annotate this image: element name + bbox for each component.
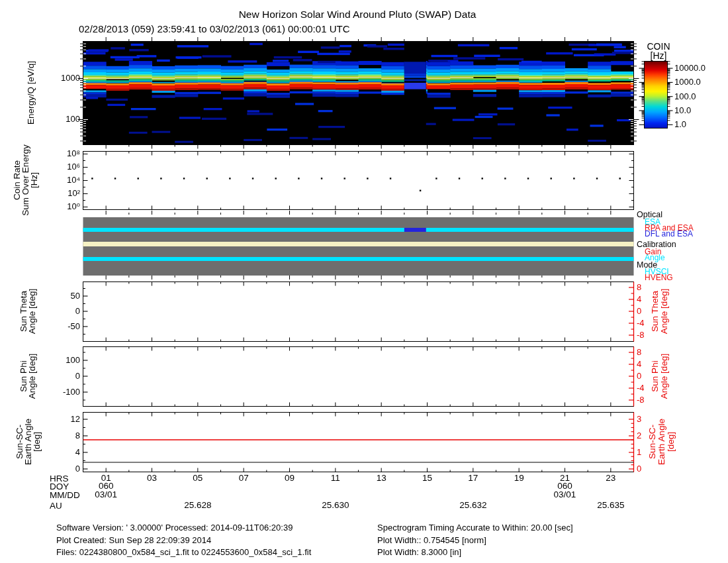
sun-earth-y-axis-title-line3: [deg] (32, 432, 42, 452)
colorbar-tick-label: 10000.0 (674, 64, 705, 73)
colorbar-tick-label: 100.0 (674, 92, 696, 101)
sun-earth-right-tick-label: 1 (637, 448, 641, 457)
hour-label: 09 (277, 474, 303, 483)
hour-label: 23 (598, 474, 624, 483)
colorbar-units: [Hz] (639, 50, 678, 61)
plot-title: New Horizon Solar Wind Around Pluto (SWA… (159, 9, 556, 21)
spectrogram-y-axis-title: Energy/Q [eV/q] (26, 61, 36, 125)
au-label: 25.630 (317, 501, 354, 510)
coin-rate-ytick-label: 10⁸ (51, 149, 80, 158)
sun-phi-left-tick-label: 100 (51, 356, 80, 365)
mmdd-label: 03/01 (90, 490, 122, 499)
hour-label: 05 (185, 474, 211, 483)
coin-rate-ytick-label: 10² (51, 189, 80, 198)
mmdd-label: 03/01 (549, 490, 581, 499)
coin-rate-y-axis-title-line3: [Hz] (30, 172, 39, 188)
sun-theta-right-tick-label: 4 (637, 295, 641, 304)
sun-theta-right-tick-label: -8 (637, 331, 645, 340)
au-label: 25.632 (455, 501, 492, 510)
footer-plot-width-norm: Plot Width:: 0.754545 [norm] (377, 535, 486, 545)
sun-phi-right-tick-label: -4 (637, 384, 645, 393)
hour-label: 03 (139, 474, 165, 483)
sun-earth-left-tick-label: 8 (51, 431, 80, 440)
sun-phi-right-tick-label: 4 (637, 360, 641, 369)
sun-phi-right-axis-title-line2: Angle [deg] (660, 354, 669, 399)
hour-label: 19 (506, 474, 532, 483)
hour-label: 07 (230, 474, 257, 483)
sun-phi-left-tick-label: -100 (51, 387, 80, 397)
sun-theta-right-tick-label: -4 (637, 319, 645, 328)
sun-phi-right-tick-label: 8 (637, 348, 641, 357)
sun-earth-right-tick-label: 0 (637, 464, 641, 474)
sun-theta-left-tick-label: 50 (51, 291, 80, 301)
colorbar-tick-label: 1000.0 (674, 77, 701, 87)
hour-label: 15 (414, 474, 441, 483)
plot-subtitle: 02/28/2013 (059) 23:59:41 to 03/02/2013 … (79, 23, 349, 34)
sun-theta-left-tick-label: -50 (51, 322, 80, 331)
hour-label: 11 (322, 474, 349, 483)
legend-item-dfl-and-esa: DFL and ESA (645, 230, 693, 238)
sun-phi-y-axis-title-line2: Angle [deg] (28, 354, 37, 399)
sun-phi-right-axis-title-line1: Sun Phi (651, 360, 660, 391)
sun-theta-left-tick-label: 0 (51, 307, 80, 316)
sun-phi-right-tick-label: 0 (637, 372, 641, 381)
hour-label: 17 (460, 474, 486, 483)
au-label: 25.628 (179, 501, 216, 510)
sun-phi-left-tick-label: 0 (51, 372, 80, 381)
legend-item-hveng: HVENG (645, 274, 673, 282)
footer-software-version: Software Version: ' 3.00000' Processed: … (56, 523, 293, 533)
footer-plot-created: Plot Created: Sun Sep 28 22:09:39 2014 (56, 535, 211, 545)
sun-earth-right-axis-title-line2: Earth Angle (657, 419, 666, 465)
sun-theta-right-tick-label: 8 (637, 283, 641, 292)
footer-files: Files: 0224380800_0x584_sci_1.fit to 022… (56, 547, 311, 557)
x-axis-row-label-au: AU (50, 501, 62, 511)
spectrogram-ytick-label: 100 (51, 115, 80, 124)
colorbar-tick-label: 10.0 (674, 106, 691, 115)
sun-theta-right-axis-title-line2: Angle [deg] (660, 289, 669, 334)
swap-plot-page: New Horizon Solar Wind Around Pluto (SWA… (0, 0, 728, 563)
au-label: 25.635 (592, 501, 629, 510)
sun-earth-right-tick-label: 3 (637, 415, 641, 424)
coin-rate-ytick-label: 10⁴ (51, 176, 80, 185)
sun-earth-left-tick-label: 0 (51, 464, 80, 474)
sun-earth-right-tick-label: 2 (637, 431, 641, 440)
sun-phi-right-tick-label: -8 (637, 395, 645, 405)
sun-earth-left-tick-label: 4 (51, 448, 80, 457)
coin-rate-ytick-label: 10⁰ (51, 202, 80, 211)
sun-theta-right-tick-label: 0 (637, 307, 641, 316)
sun-earth-right-axis-title-line1: Sun-SC- (648, 425, 657, 459)
spectrogram-ytick-label: 1000 (51, 74, 80, 83)
sun-theta-y-axis-title-line2: Angle [deg] (28, 289, 37, 334)
sun-earth-right-axis-title-line3: [deg] (666, 432, 676, 452)
sun-theta-right-axis-title-line1: Sun Theta (651, 291, 660, 332)
coin-rate-ytick-label: 10⁶ (51, 162, 80, 172)
colorbar-tick-label: 1.0 (674, 120, 686, 129)
hour-label: 13 (368, 474, 394, 483)
sun-earth-left-tick-label: 12 (51, 415, 80, 424)
footer-plot-width-in: Plot Width: 8.3000 [in] (377, 547, 461, 557)
x-axis-row-label-mmdd: MM/DD (50, 490, 80, 500)
footer-timing-accuracy: Spectrogram Timing Accurate to Within: 2… (377, 523, 573, 533)
